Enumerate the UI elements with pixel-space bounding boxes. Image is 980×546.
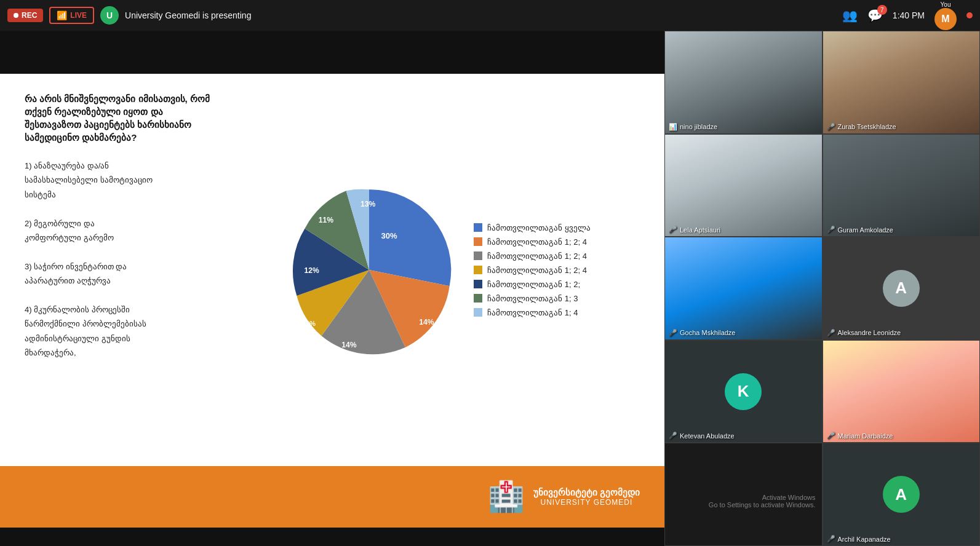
legend-color-2 — [474, 237, 482, 246]
avatar-letter-archil: A — [883, 476, 920, 513]
legend-item-2: ჩამოთვლილთაგან 1; 2; 4 — [474, 237, 591, 247]
video-bg-zurab — [823, 31, 980, 133]
svg-text:12%: 12% — [305, 266, 319, 275]
svg-text:30%: 30% — [381, 231, 398, 240]
windows-activate: Activate Windows Go to Settings to activ… — [709, 494, 816, 508]
avatar-letter-aleksandre: A — [883, 270, 920, 307]
rec-label: REC — [22, 11, 37, 20]
slide-footer: 🏥 უნივერსიტეტი გეომედი UNIVERSITY GEOMED… — [0, 466, 664, 528]
participant-tile-mariam: 🎤 Mariam Darbaidze — [823, 340, 981, 443]
live-button[interactable]: 📶 LIVE — [49, 7, 94, 24]
participant-tile-archil: A 🎤 Archil Kapanadze — [823, 443, 981, 546]
user-avatar: M — [934, 8, 957, 30]
you-section: You M — [934, 1, 957, 30]
mic-icon-aleksandre: 🎤 — [827, 329, 835, 337]
svg-text:6%: 6% — [306, 320, 316, 327]
svg-text:14%: 14% — [419, 318, 434, 326]
participant-name-mariam: 🎤 Mariam Darbaidze — [827, 432, 893, 440]
slide-question: რა არის მნიშვნელოვანი იმისათვის, რომ თქვ… — [25, 92, 221, 144]
chat-icon-wrapper[interactable]: 💬 7 — [867, 8, 883, 23]
participant-tile-gocha: 🎤 Gocha Mskhiladze — [664, 237, 823, 340]
legend-color-5 — [474, 280, 482, 288]
participant-name-aleksandre: 🎤 Aleksandre Leonidze — [827, 329, 901, 337]
participant-tile-guram: 🎤 Guram Amkoladze — [823, 134, 981, 237]
participants-icon[interactable]: 👥 — [842, 8, 858, 23]
legend-item-4: ჩამოთვლილთაგან 1; 2; 4 — [474, 266, 591, 275]
legend-color-4 — [474, 266, 482, 274]
geomedi-logo-icon: 🏥 — [488, 480, 525, 514]
video-bg-gocha — [665, 237, 822, 339]
rec-button[interactable]: REC — [7, 9, 43, 22]
video-bg-guram — [823, 135, 980, 237]
footer-logo-line1: უნივერსიტეტი გეომედი — [533, 487, 640, 498]
chat-badge: 7 — [877, 5, 887, 15]
legend-label-2: ჩამოთვლილთაგან 1; 2; 4 — [487, 237, 587, 247]
slide-left: რა არის მნიშვნელოვანი იმისათვის, რომ თქვ… — [25, 92, 221, 448]
legend-color-3 — [474, 251, 482, 260]
svg-text:14%: 14% — [341, 341, 356, 349]
slide-chart-area: 30% 14% 14% 6% 12% 11% 13% ჩამოთვლილთაგა… — [234, 92, 640, 448]
participant-name-nino: 📊 nino jibladze — [669, 123, 717, 131]
participant-tile-nino: 📊 nino jibladze — [664, 31, 823, 134]
mic-icon-gocha: 🎤 — [669, 329, 677, 337]
video-bg-mariam — [823, 341, 980, 443]
live-label: LIVE — [70, 11, 87, 20]
legend-item-7: ჩამოთვლილთაგან 1; 4 — [474, 308, 591, 317]
mic-icon-guram: 🎤 — [827, 226, 835, 234]
main-area: რა არის მნიშვნელოვანი იმისათვის, რომ თქვ… — [0, 31, 980, 546]
video-bg-lela — [665, 135, 822, 237]
avatar-bg-aleksandre: A — [823, 237, 980, 339]
you-label: You — [941, 1, 951, 8]
mic-icon-lela: 🎤 — [669, 226, 677, 234]
mic-icon-archil: 🎤 — [827, 535, 835, 543]
participant-name-ketevan: 🎤 Ketevan Abuladze — [669, 432, 735, 440]
slide-container: რა არის მნიშვნელოვანი იმისათვის, რომ თქვ… — [0, 74, 664, 528]
mic-icon-ketevan: 🎤 — [669, 432, 677, 440]
presenter-text: University Geomedi is presenting — [125, 10, 251, 20]
participant-name-guram: 🎤 Guram Amkoladze — [827, 226, 893, 234]
legend-label-4: ჩამოთვლილთაგან 1; 2; 4 — [487, 266, 587, 275]
legend-label-5: ჩამოთვლილთაგან 1; 2; — [487, 280, 580, 289]
legend-label-7: ჩამოთვლილთაგან 1; 4 — [487, 308, 578, 317]
legend-label-3: ჩამოთვლილთაგან 1; 2; 4 — [487, 251, 587, 261]
legend-item-6: ჩამოთვლილთაგან 1; 3 — [474, 294, 591, 303]
participant-name-gocha: 🎤 Gocha Mskhiladze — [669, 329, 736, 337]
time-display: 1:40 PM — [893, 10, 925, 20]
avatar-bg-archil: A — [823, 443, 980, 545]
legend-item-1: ჩამოთვლილთაგან ყველა — [474, 223, 591, 232]
presentation-area: რა არის მნიშვნელოვანი იმისათვის, რომ თქვ… — [0, 31, 664, 546]
avatar-bg-ketevan: K — [665, 341, 822, 443]
footer-logo-line2: UNIVERSITY GEOMEDI — [533, 498, 640, 507]
rec-dot — [14, 13, 18, 18]
svg-text:13%: 13% — [361, 200, 375, 208]
bottom-black-bar — [0, 528, 664, 546]
footer-logo-text: უნივერსიტეტი გეომედი UNIVERSITY GEOMEDI — [533, 487, 640, 507]
video-bg-nino — [665, 31, 822, 133]
participant-tile-windows: Activate Windows Go to Settings to activ… — [664, 443, 823, 546]
participant-name-zurab: 🎤 Zurab Tsetskhladze — [827, 123, 896, 131]
participant-name-lela: 🎤 Lela Aptsiauri — [669, 226, 720, 234]
legend-color-7 — [474, 308, 482, 317]
legend-item-3: ჩამოთვლილთაგან 1; 2; 4 — [474, 251, 591, 261]
legend-label-6: ჩამოთვლილთაგან 1; 3 — [487, 294, 578, 303]
top-bar-right: 👥 💬 7 1:40 PM You M — [842, 1, 973, 30]
pie-chart: 30% 14% 14% 6% 12% 11% 13% — [283, 184, 455, 356]
legend-color-6 — [474, 294, 482, 303]
legend-color-1 — [474, 223, 482, 232]
legend-item-5: ჩამოთვლილთაგან 1; 2; — [474, 280, 591, 289]
top-bar: REC 📶 LIVE U University Geomedi is prese… — [0, 0, 980, 31]
status-dot — [966, 12, 973, 18]
top-black-bar — [0, 31, 664, 74]
svg-text:11%: 11% — [319, 216, 333, 224]
participant-tile-zurab: 🎤 Zurab Tsetskhladze — [823, 31, 981, 134]
mic-icon-mariam: 🎤 — [827, 432, 835, 440]
chart-legend: ჩამოთვლილთაგან ყველა ჩამოთვლილთაგან 1; 2… — [474, 223, 591, 317]
participants-panel: 📊 nino jibladze 🎤 Zurab Tsetskhladze 🎤 L… — [664, 31, 980, 546]
avatar-letter-ketevan: K — [725, 373, 762, 410]
participant-tile-aleksandre: A 🎤 Aleksandre Leonidze — [823, 237, 981, 340]
participant-name-archil: 🎤 Archil Kapanadze — [827, 535, 891, 543]
slide-content: რა არის მნიშვნელოვანი იმისათვის, რომ თქვ… — [0, 74, 664, 466]
legend-label-1: ჩამოთვლილთაგან ყველა — [487, 223, 591, 232]
slide-items: 1) ანაზღაურება და/ანსამასხალისებელი სამო… — [25, 159, 221, 360]
mic-icon-nino: 📊 — [669, 123, 677, 131]
